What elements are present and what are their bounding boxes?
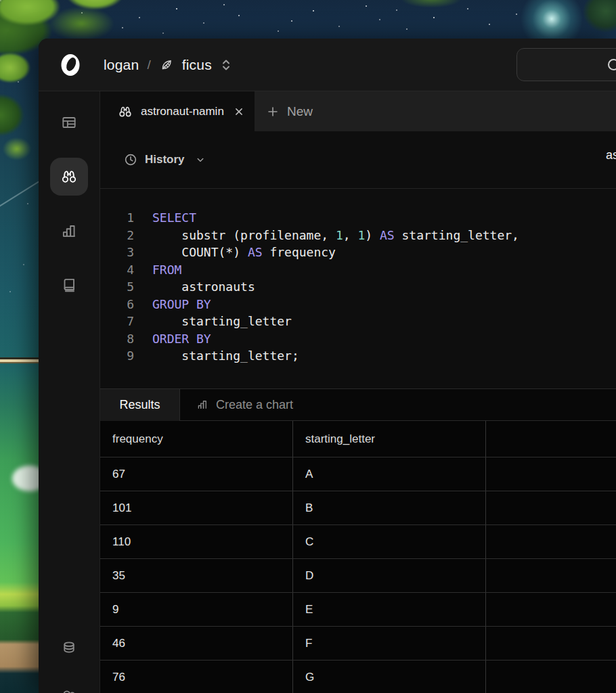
sql-editor[interactable]: 1SELECT2 substr (profilename, 1, 1) AS s… (100, 188, 616, 388)
code-text: ORDER BY (134, 330, 211, 348)
column-header[interactable]: starting_letter (293, 421, 486, 457)
table-cell[interactable]: A (293, 457, 486, 491)
sidebar-item-charts[interactable] (50, 212, 88, 250)
table-cell[interactable]: 110 (100, 525, 293, 558)
code-text: COUNT(*) AS frequency (134, 244, 336, 261)
table-cell[interactable]: 9 (100, 593, 293, 626)
bar-chart-icon (60, 222, 78, 240)
table-cell[interactable]: 67 (100, 457, 293, 491)
table-row: 67A (100, 457, 616, 491)
table-row: 101B (100, 491, 616, 525)
editor-line[interactable]: 3 COUNT(*) AS frequency (100, 244, 616, 261)
sidebar-item-queries[interactable] (50, 158, 88, 196)
table-cell[interactable]: E (293, 593, 486, 626)
table-row: 46F (100, 627, 616, 661)
table-cell[interactable] (486, 661, 616, 693)
code-text: starting_letter (134, 313, 292, 330)
code-text: starting_letter; (134, 347, 299, 365)
tab-bar-empty-area: New (255, 91, 616, 131)
clock-icon (123, 152, 138, 167)
editor-line[interactable]: 6GROUP BY (100, 296, 616, 313)
table-icon (60, 114, 78, 131)
table-cell[interactable]: 35 (100, 559, 293, 592)
query-toolbar: History as (100, 131, 616, 188)
table-row: 110C (100, 525, 616, 559)
breadcrumb-separator: / (147, 58, 150, 72)
sidebar (39, 91, 100, 693)
table-cell[interactable]: 46 (100, 627, 293, 660)
book-icon (60, 276, 78, 294)
code-text: GROUP BY (134, 296, 211, 313)
results-bar: Results Create a chart (100, 388, 616, 421)
line-number: 5 (100, 278, 134, 296)
code-text: astronauts (134, 278, 255, 296)
chevron-up-down-icon[interactable] (220, 58, 232, 72)
new-tab-button[interactable]: New (265, 104, 313, 119)
editor-line[interactable]: 2 substr (profilename, 1, 1) AS starting… (100, 227, 616, 244)
table-cell[interactable] (486, 525, 616, 558)
table-cell[interactable]: C (293, 525, 486, 558)
bar-chart-icon (196, 399, 208, 411)
tab-bar: astronaut-namin New (100, 91, 616, 131)
table-cell[interactable] (486, 457, 616, 491)
editor-line[interactable]: 4FROM (100, 261, 616, 279)
toolbar-right-truncated-text: as (606, 148, 616, 162)
main-panel: astronaut-namin New (100, 91, 616, 693)
editor-line[interactable]: 9 starting_letter; (100, 347, 616, 365)
table-cell[interactable]: 76 (100, 661, 293, 693)
history-button[interactable]: History (123, 152, 206, 167)
table-cell[interactable]: 101 (100, 491, 293, 524)
sidebar-item-tables[interactable] (50, 104, 88, 141)
wallpaper-foliage (389, 0, 477, 14)
table-cell[interactable] (486, 559, 616, 592)
create-chart-label: Create a chart (216, 398, 293, 412)
create-chart-button[interactable]: Create a chart (180, 389, 616, 421)
app-header: logan / ficus (39, 39, 616, 91)
wallpaper-foliage (0, 41, 41, 162)
database-name[interactable]: ficus (182, 57, 212, 73)
table-cell[interactable] (486, 593, 616, 626)
editor-line[interactable]: 5 astronauts (100, 278, 616, 296)
table-cell[interactable]: F (293, 627, 486, 660)
search-input[interactable] (516, 48, 616, 81)
user-icon[interactable] (60, 688, 78, 693)
line-number: 4 (100, 261, 134, 279)
editor-line[interactable]: 7 starting_letter (100, 313, 616, 330)
editor-line[interactable]: 8ORDER BY (100, 330, 616, 348)
code-text: substr (profilename, 1, 1) AS starting_l… (134, 227, 519, 244)
workspace-name[interactable]: logan (104, 57, 139, 73)
results-tab[interactable]: Results (100, 389, 180, 421)
table-cell[interactable] (486, 627, 616, 660)
tab-astronaut-naming[interactable]: astronaut-namin (100, 91, 255, 131)
sidebar-item-docs[interactable] (50, 266, 88, 304)
app-window: logan / ficus (39, 39, 616, 693)
table-header-row: frequencystarting_letter (100, 421, 616, 457)
close-tab-icon[interactable] (233, 106, 245, 118)
binoculars-icon (60, 168, 78, 185)
editor-line[interactable]: 1SELECT (100, 209, 616, 227)
line-number: 9 (100, 347, 134, 365)
table-row: 76G (100, 661, 616, 693)
column-header[interactable] (486, 421, 616, 457)
leaf-icon (159, 58, 174, 72)
table-cell[interactable]: G (293, 661, 486, 693)
line-number: 7 (100, 313, 134, 330)
results-table: frequencystarting_letter67A101B110C35D9E… (100, 421, 616, 693)
chevron-down-icon (194, 154, 206, 166)
line-number: 3 (100, 244, 134, 261)
tab-label: astronaut-namin (141, 105, 225, 118)
binoculars-icon (118, 104, 133, 119)
table-cell[interactable]: D (293, 559, 486, 592)
table-row: 35D (100, 559, 616, 593)
code-text: SELECT (134, 209, 196, 227)
app-logo-icon[interactable] (60, 53, 81, 76)
wallpaper-bridge (0, 357, 39, 363)
line-number: 1 (100, 209, 134, 227)
table-cell[interactable]: B (293, 491, 486, 524)
breadcrumb: logan / ficus (104, 57, 232, 73)
sidebar-item-database[interactable] (50, 629, 88, 667)
table-cell[interactable] (486, 491, 616, 524)
search-icon (607, 58, 616, 74)
new-tab-label: New (287, 104, 313, 119)
column-header[interactable]: frequency (100, 421, 293, 457)
